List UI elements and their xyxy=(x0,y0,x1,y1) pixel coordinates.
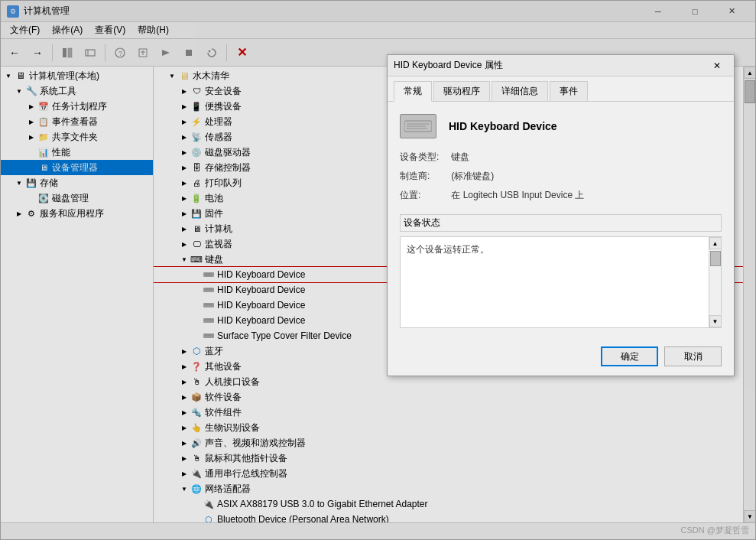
status-box: 这个设备运转正常。 ▲ ▼ xyxy=(400,236,722,328)
tab-events[interactable]: 事件 xyxy=(550,81,588,101)
ok-button[interactable]: 确定 xyxy=(601,346,658,366)
device-header: HID Keyboard Device xyxy=(400,114,722,138)
status-scrollbar[interactable]: ▲ ▼ xyxy=(709,237,721,327)
tab-general[interactable]: 常规 xyxy=(394,81,432,102)
manufacturer-value: (标准键盘) xyxy=(451,170,722,183)
dialog-close-button[interactable]: ✕ xyxy=(706,57,728,75)
cancel-button[interactable]: 取消 xyxy=(664,346,722,366)
dialog-tabs: 常规 驱动程序 详细信息 事件 xyxy=(388,76,734,102)
dialog-title-bar: HID Keyboard Device 属性 ✕ xyxy=(388,55,734,76)
device-type-value: 键盘 xyxy=(451,151,722,164)
dialog-title: HID Keyboard Device 属性 xyxy=(394,59,706,72)
status-scroll-down[interactable]: ▼ xyxy=(709,315,722,327)
location-label: 位置: xyxy=(400,189,439,202)
dialog-overlay: HID Keyboard Device 属性 ✕ 常规 驱动程序 详细信息 事件 xyxy=(1,1,755,539)
status-scroll-thumb[interactable] xyxy=(710,251,721,266)
status-section: 设备状态 这个设备运转正常。 ▲ ▼ xyxy=(400,214,722,328)
device-header-name: HID Keyboard Device xyxy=(449,120,557,132)
status-text-area: 这个设备运转正常。 xyxy=(407,243,715,321)
tab-details[interactable]: 详细信息 xyxy=(492,81,548,101)
tab-driver[interactable]: 驱动程序 xyxy=(433,81,490,101)
location-value: 在 Logitech USB Input Device 上 xyxy=(451,189,722,202)
manufacturer-label: 制造商: xyxy=(400,170,439,183)
status-scroll-track[interactable] xyxy=(709,266,721,315)
dialog-content-area: HID Keyboard Device 设备类型: 键盘 制造商: (标准键盘)… xyxy=(388,102,734,340)
main-window: ⚙ 计算机管理 ─ □ ✕ 文件(F) 操作(A) 查看(V) 帮助(H) ← … xyxy=(0,0,756,540)
device-info-grid: 设备类型: 键盘 制造商: (标准键盘) 位置: 在 Logitech USB … xyxy=(400,151,722,202)
device-large-icon xyxy=(400,114,436,138)
watermark: CSDN @梦凝哲雪 xyxy=(681,525,749,536)
status-scroll-up[interactable]: ▲ xyxy=(709,237,722,249)
status-section-label: 设备状态 xyxy=(400,214,722,232)
dialog-footer: 确定 取消 xyxy=(388,340,734,376)
device-type-label: 设备类型: xyxy=(400,151,439,164)
status-text: 这个设备运转正常。 xyxy=(407,244,489,255)
properties-dialog: HID Keyboard Device 属性 ✕ 常规 驱动程序 详细信息 事件 xyxy=(387,54,735,376)
